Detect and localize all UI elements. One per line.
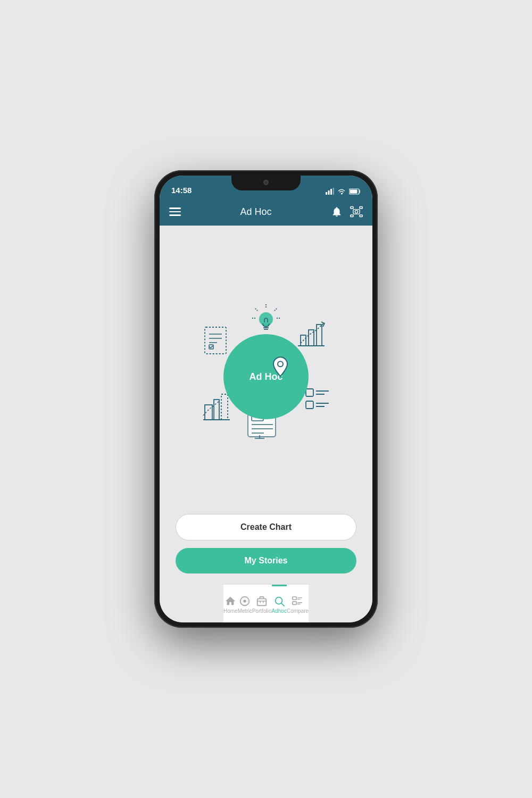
nav-item-home[interactable]: Home — [223, 585, 238, 622]
signal-icon — [326, 188, 334, 195]
adhoc-circle: Ad Hoc — [223, 334, 309, 419]
header-actions — [331, 206, 363, 218]
nav-label-metric: Metric — [238, 608, 252, 614]
svg-rect-47 — [306, 401, 313, 409]
svg-point-4 — [341, 193, 342, 194]
svg-rect-9 — [351, 215, 353, 217]
filter-icon — [303, 386, 332, 415]
svg-rect-60 — [293, 596, 296, 600]
nav-item-portfolio[interactable]: Portfolio — [252, 585, 272, 622]
svg-rect-0 — [326, 192, 327, 195]
svg-rect-10 — [360, 215, 362, 217]
nav-item-adhoc[interactable]: Adhoc — [272, 585, 287, 622]
portfolio-nav-icon — [256, 595, 268, 607]
hamburger-button[interactable] — [169, 207, 181, 216]
metric-nav-icon — [239, 595, 251, 607]
phone-frame: 14:58 — [154, 170, 378, 628]
svg-rect-3 — [333, 188, 335, 195]
compare-nav-icon — [292, 595, 303, 607]
svg-rect-44 — [306, 389, 313, 396]
svg-rect-8 — [360, 207, 362, 209]
svg-line-14 — [275, 309, 277, 311]
home-nav-icon — [225, 595, 236, 607]
nav-item-metric[interactable]: Metric — [238, 585, 252, 622]
create-chart-button[interactable]: Create Chart — [176, 514, 356, 541]
nav-label-adhoc: Adhoc — [272, 608, 287, 614]
bell-icon[interactable] — [331, 206, 343, 218]
svg-rect-7 — [351, 207, 353, 209]
svg-rect-63 — [293, 601, 296, 604]
svg-point-52 — [243, 600, 246, 603]
phone-screen: 14:58 — [160, 176, 372, 622]
status-icons — [326, 188, 361, 195]
header-title: Ad Hoc — [240, 206, 271, 218]
building-icon — [202, 392, 231, 426]
nav-label-compare: Compare — [287, 608, 309, 614]
battery-icon — [349, 188, 361, 195]
my-stories-button[interactable]: My Stories — [176, 548, 356, 573]
main-content: Ad Hoc — [160, 226, 372, 622]
checklist-icon — [202, 325, 231, 361]
adhoc-nav-icon — [273, 595, 285, 607]
svg-rect-54 — [257, 598, 267, 605]
wifi-icon — [337, 188, 346, 195]
svg-line-15 — [255, 309, 257, 311]
bottom-nav: Home Metric — [223, 584, 309, 622]
svg-rect-1 — [328, 190, 330, 195]
svg-rect-32 — [221, 394, 228, 420]
screenshot-icon[interactable] — [350, 206, 363, 218]
app-header: Ad Hoc — [160, 198, 372, 226]
phone-notch — [231, 176, 301, 190]
status-time: 14:58 — [171, 186, 192, 195]
illustration-area: Ad Hoc — [160, 236, 372, 509]
svg-point-12 — [355, 210, 358, 213]
nav-label-home: Home — [223, 608, 238, 614]
location-pin-icon — [272, 356, 288, 379]
camera-dot — [263, 180, 269, 185]
nav-label-portfolio: Portfolio — [252, 608, 272, 614]
svg-rect-6 — [350, 189, 358, 193]
svg-rect-31 — [214, 400, 219, 420]
buttons-area: Create Chart My Stories — [160, 509, 372, 584]
nav-item-compare[interactable]: Compare — [287, 585, 309, 622]
svg-line-59 — [281, 603, 284, 606]
svg-rect-2 — [330, 189, 332, 195]
svg-rect-25 — [205, 327, 226, 354]
svg-rect-23 — [317, 325, 322, 346]
illustration-container: Ad Hoc — [197, 303, 335, 442]
bar-chart-icon — [298, 319, 330, 353]
